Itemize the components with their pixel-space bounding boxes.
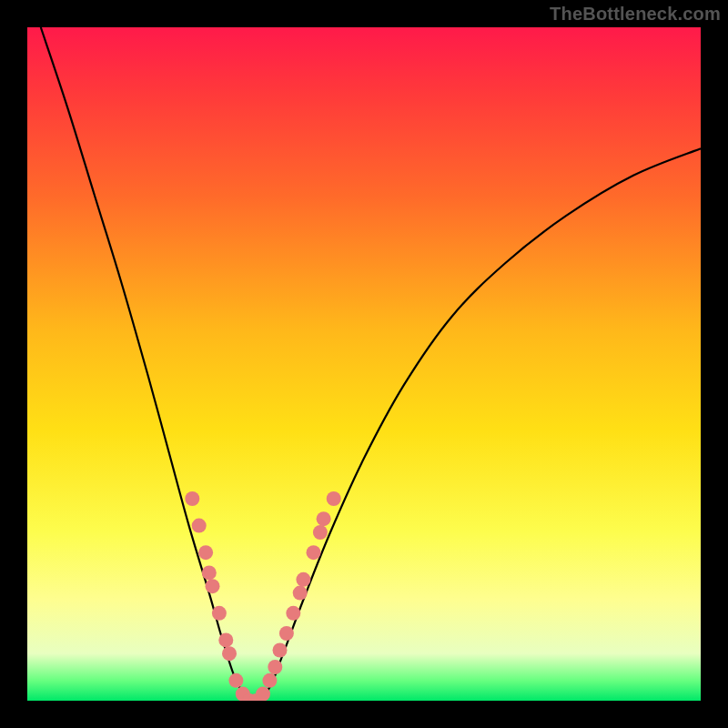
data-dot [198, 545, 213, 560]
data-dot [313, 525, 328, 540]
data-dot [273, 643, 288, 658]
data-dot [279, 626, 294, 641]
chart-container: TheBottleneck.com [0, 0, 728, 728]
data-dot [327, 491, 341, 506]
data-dot [262, 673, 277, 688]
data-dot [296, 572, 310, 587]
data-dot [293, 586, 308, 601]
data-dot [218, 632, 233, 647]
watermark-text: TheBottleneck.com [550, 4, 721, 25]
data-dot [228, 673, 243, 688]
data-dot [185, 491, 199, 506]
plot-area [27, 27, 701, 701]
data-dot [212, 606, 227, 621]
data-dot [202, 565, 217, 580]
data-dot [222, 646, 237, 661]
chart-svg [27, 27, 701, 701]
data-dot [192, 519, 207, 533]
data-dot [256, 687, 270, 701]
data-dot [307, 545, 321, 560]
bottleneck-curve [41, 27, 701, 701]
data-dot [317, 511, 331, 526]
data-dot [286, 606, 300, 621]
data-dot [268, 660, 282, 674]
data-dot [206, 579, 220, 593]
data-dots [185, 491, 340, 701]
